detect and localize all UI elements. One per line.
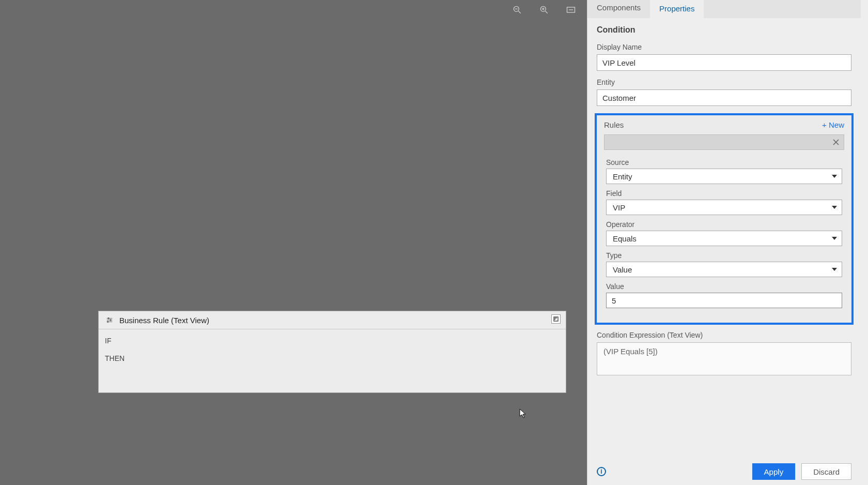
display-name-block: Display Name [597,43,851,71]
tab-components[interactable]: Components [587,0,650,18]
text-view-title: Business Rule (Text View) [119,316,209,325]
value-label: Value [606,282,842,291]
tab-properties[interactable]: Properties [650,0,704,18]
svg-line-1 [519,11,521,13]
entity-label: Entity [597,78,851,86]
expression-block: Condition Expression (Text View) (VIP Eq… [597,331,851,375]
rule-form: Source Field Operator [604,158,844,308]
business-rule-text-view-panel: Business Rule (Text View) IF THEN [98,311,566,393]
value-input[interactable] [606,293,842,308]
canvas-toolbar [512,4,577,16]
info-icon[interactable]: i [597,467,606,476]
type-select[interactable] [606,262,842,277]
source-label: Source [606,158,842,166]
text-view-body: IF THEN [99,329,566,392]
operator-select[interactable] [606,231,842,246]
svg-rect-15 [554,317,558,321]
footer-row: i Apply Discard [587,454,861,485]
apply-button[interactable]: Apply [752,463,796,480]
expand-icon[interactable] [551,314,561,324]
discard-button[interactable]: Discard [801,463,851,480]
display-name-input[interactable] [597,54,851,71]
rule-item-strip[interactable] [604,134,844,150]
canvas-area[interactable]: Business Rule (Text View) IF THEN [0,0,587,485]
settings-icon [105,315,114,325]
type-label: Type [606,251,842,260]
svg-point-14 [107,321,109,323]
source-select[interactable] [606,169,842,184]
expression-label: Condition Expression (Text View) [597,331,851,339]
field-select-value[interactable] [606,200,842,215]
panel-tabs: Components Properties [587,0,861,18]
operator-label: Operator [606,220,842,229]
rules-header: Rules + New [604,120,844,129]
new-rule-link[interactable]: + New [822,120,844,129]
svg-line-4 [546,11,548,13]
if-line: IF [105,337,560,345]
field-label: Field [606,189,842,198]
zoom-out-icon[interactable] [512,4,523,16]
fit-to-screen-icon[interactable] [565,4,577,16]
field-select[interactable] [606,200,842,215]
right-edge-gutter [861,0,868,485]
panel-body: Condition Display Name Entity Rules + Ne… [587,18,861,454]
svg-point-12 [108,317,110,319]
rules-section: Rules + New Source Field [595,113,854,325]
rules-title: Rules [604,120,624,129]
operator-select-value[interactable] [606,231,842,246]
source-select-value[interactable] [606,169,842,184]
condition-section-title: Condition [597,25,851,35]
svg-point-13 [110,320,112,321]
type-select-value[interactable] [606,262,842,277]
entity-block: Entity [597,78,851,106]
zoom-in-icon[interactable] [538,4,550,16]
entity-input[interactable] [597,89,851,106]
then-line: THEN [105,354,560,362]
close-icon[interactable] [831,138,841,147]
display-name-label: Display Name [597,43,851,51]
properties-panel: Components Properties Condition Display … [587,0,861,485]
text-view-header: Business Rule (Text View) [99,311,566,329]
expression-textview: (VIP Equals [5]) [597,342,851,375]
